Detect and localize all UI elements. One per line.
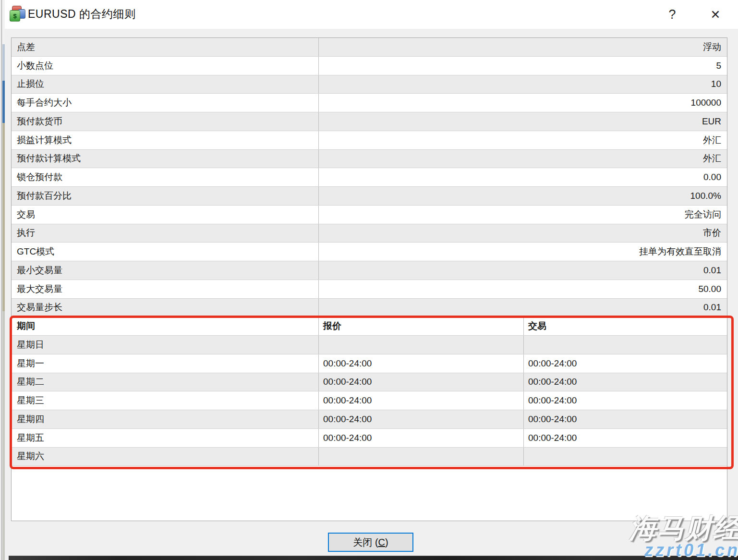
close-button-label: 关闭 (C) bbox=[353, 537, 388, 548]
schedule-trade: 00:00-24:00 bbox=[524, 410, 727, 428]
dialog-titlebar: $ EURUSD 的合约细则 ? ✕ bbox=[5, 0, 738, 29]
spec-row: 交易量步长0.01 bbox=[12, 299, 727, 317]
schedule-trade: 00:00-24:00 bbox=[524, 391, 727, 410]
specification-table: 点差浮动小数点位5止损位10每手合约大小100000预付款货币EUR损益计算模式… bbox=[11, 37, 727, 521]
schedule-trade: 00:00-24:00 bbox=[524, 429, 727, 447]
spec-row: GTC模式挂单为有效直至取消 bbox=[12, 243, 727, 261]
schedule-trade bbox=[524, 336, 727, 354]
schedule-header-quotes: 报价 bbox=[319, 317, 524, 335]
spec-row-value: 完全访问 bbox=[319, 206, 727, 224]
symbol-properties-icon: $ bbox=[8, 5, 27, 24]
schedule-quotes: 00:00-24:00 bbox=[319, 373, 524, 391]
spec-row-label: 每手合约大小 bbox=[12, 94, 319, 112]
spec-row-value: 100.0% bbox=[319, 187, 727, 205]
icon-book-green: $ bbox=[10, 10, 20, 22]
spec-row-label: 交易 bbox=[12, 206, 319, 224]
spec-rows: 点差浮动小数点位5止损位10每手合约大小100000预付款货币EUR损益计算模式… bbox=[12, 38, 727, 317]
schedule-quotes: 00:00-24:00 bbox=[319, 429, 524, 447]
spec-row: 执行市价 bbox=[12, 224, 727, 243]
spec-row-label: 止损位 bbox=[12, 75, 319, 94]
background-window-border bbox=[1, 0, 2, 560]
spec-row-label: 小数点位 bbox=[12, 57, 319, 75]
schedule-header-trade: 交易 bbox=[524, 317, 727, 335]
schedule-row: 星期二00:00-24:0000:00-24:00 bbox=[12, 373, 727, 392]
spec-row-label: 最大交易量 bbox=[12, 280, 319, 298]
contract-specification-dialog: $ EURUSD 的合约细则 ? ✕ 点差浮动小数点位5止损位10每手合约大小1… bbox=[5, 0, 738, 557]
spec-row: 止损位10 bbox=[12, 75, 727, 94]
schedule-row: 星期一00:00-24:0000:00-24:00 bbox=[12, 354, 727, 373]
schedule-trade bbox=[524, 448, 727, 466]
spec-row: 预付款计算模式外汇 bbox=[12, 150, 727, 169]
spec-row-label: 交易量步长 bbox=[12, 299, 319, 317]
schedule-header: 期间 报价 交易 bbox=[12, 317, 727, 336]
spec-row: 点差浮动 bbox=[12, 38, 727, 57]
spec-row: 最小交易量0.01 bbox=[12, 261, 727, 280]
help-button[interactable]: ? bbox=[662, 4, 683, 25]
spec-row-label: 预付款货币 bbox=[12, 112, 319, 131]
spec-row-value: 100000 bbox=[319, 94, 727, 112]
schedule-header-period: 期间 bbox=[12, 317, 319, 335]
spec-row-value: 市价 bbox=[319, 224, 727, 243]
schedule-day: 星期四 bbox=[12, 410, 319, 428]
close-button[interactable]: 关闭 (C) bbox=[328, 533, 413, 552]
spec-row: 最大交易量50.00 bbox=[12, 280, 727, 299]
schedule-row: 星期四00:00-24:0000:00-24:00 bbox=[12, 410, 727, 429]
spec-row-value: 50.00 bbox=[319, 280, 727, 298]
schedule-trade: 00:00-24:00 bbox=[524, 354, 727, 373]
schedule-quotes bbox=[319, 336, 524, 354]
schedule-day: 星期日 bbox=[12, 336, 319, 354]
schedule-row: 星期三00:00-24:0000:00-24:00 bbox=[12, 391, 727, 410]
spec-row-label: 预付款计算模式 bbox=[12, 150, 319, 168]
spec-row-value: 外汇 bbox=[319, 150, 727, 168]
spec-row-value: 5 bbox=[319, 57, 727, 75]
spec-row-label: 点差 bbox=[12, 38, 319, 56]
spec-row-label: 最小交易量 bbox=[12, 261, 319, 280]
spec-row-value: 0.01 bbox=[319, 261, 727, 280]
schedule-row: 星期六 bbox=[12, 448, 727, 466]
schedule-rows: 星期日星期一00:00-24:0000:00-24:00星期二00:00-24:… bbox=[12, 336, 727, 466]
schedule-day: 星期六 bbox=[12, 448, 319, 466]
spec-row-value: 10 bbox=[319, 75, 727, 94]
schedule-quotes: 00:00-24:00 bbox=[319, 410, 524, 428]
spec-row-label: 损益计算模式 bbox=[12, 131, 319, 149]
spec-row-label: GTC模式 bbox=[12, 243, 319, 261]
background-window-edge bbox=[0, 0, 5, 560]
spec-row-label: 预付款百分比 bbox=[12, 187, 319, 205]
spec-row: 预付款百分比100.0% bbox=[12, 187, 727, 206]
spec-row-value: 0.01 bbox=[319, 299, 727, 317]
spec-row-value: EUR bbox=[319, 112, 727, 131]
spec-row-label: 锁仓预付款 bbox=[12, 168, 319, 186]
spec-row-value: 0.00 bbox=[319, 168, 727, 186]
dialog-title: EURUSD 的合约细则 bbox=[28, 7, 136, 22]
spec-row: 预付款货币EUR bbox=[12, 112, 727, 131]
schedule-row: 星期五00:00-24:0000:00-24:00 bbox=[12, 429, 727, 448]
spec-row: 损益计算模式外汇 bbox=[12, 131, 727, 150]
schedule-quotes: 00:00-24:00 bbox=[319, 354, 524, 373]
spec-row: 每手合约大小100000 bbox=[12, 94, 727, 112]
schedule-day: 星期一 bbox=[12, 354, 319, 373]
schedule-trade: 00:00-24:00 bbox=[524, 373, 727, 391]
schedule-day: 星期三 bbox=[12, 391, 319, 410]
spec-row: 锁仓预付款0.00 bbox=[12, 168, 727, 187]
spec-row-value: 浮动 bbox=[319, 38, 727, 56]
background-taskbar-edge bbox=[9, 556, 738, 560]
spec-row: 交易完全访问 bbox=[12, 206, 727, 224]
schedule-day: 星期五 bbox=[12, 429, 319, 447]
close-x-button[interactable]: ✕ bbox=[705, 4, 726, 25]
spec-row-label: 执行 bbox=[12, 224, 319, 243]
schedule-day: 星期二 bbox=[12, 373, 319, 391]
spec-row-value: 外汇 bbox=[319, 131, 727, 149]
spec-row-value: 挂单为有效直至取消 bbox=[319, 243, 727, 261]
schedule-quotes bbox=[319, 448, 524, 466]
schedule-quotes: 00:00-24:00 bbox=[319, 391, 524, 410]
spec-row: 小数点位5 bbox=[12, 57, 727, 75]
schedule-row: 星期日 bbox=[12, 336, 727, 354]
